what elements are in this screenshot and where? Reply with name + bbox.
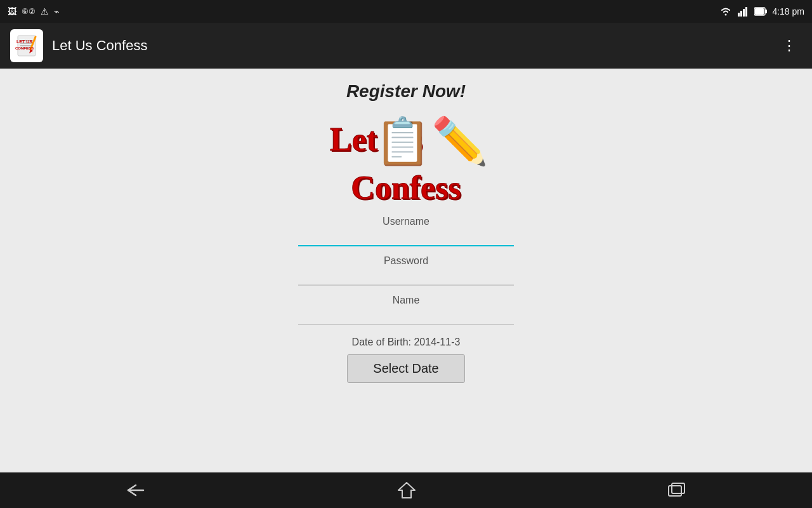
circle-icon: ⑥② [22,7,36,16]
svg-point-0 [725,14,727,16]
svg-rect-7 [755,8,764,15]
name-input[interactable] [298,307,514,325]
warning-icon: ⚠ [41,6,49,17]
name-label: Name [393,295,420,306]
main-content: Register Now! Let Us 📋✏️ Confess Usernam… [0,69,812,472]
svg-marker-19 [398,483,415,498]
svg-text:CONFESS: CONFESS [15,46,34,50]
password-label: Password [384,255,428,267]
back-icon [126,483,146,498]
usb-icon: ⌁ [54,6,59,17]
overflow-menu-button[interactable]: ⋮ [777,32,802,59]
select-date-button[interactable]: Select Date [347,354,464,383]
dob-label: Date of Birth: 2014-11-3 [352,337,461,348]
svg-rect-3 [743,9,745,17]
svg-rect-21 [672,483,684,493]
svg-text:LET US: LET US [16,39,32,44]
status-bar-right: 4:18 pm [719,6,804,17]
svg-rect-6 [765,10,767,13]
username-label: Username [383,216,429,227]
svg-rect-20 [669,486,681,496]
status-bar: 🖼 ⑥② ⚠ ⌁ 4:18 pm [0,0,812,23]
form-area: Username Password Name Date of Birth: 20… [298,216,514,383]
svg-rect-4 [745,7,747,17]
image-icon: 🖼 [8,6,16,17]
wifi-icon [719,6,733,17]
recents-icon [667,482,686,498]
home-button[interactable] [384,476,429,504]
logo-confess: Confess [351,169,461,206]
app-bar: LET US CONFESS Let Us Confess ⋮ [0,23,812,69]
username-input[interactable] [298,229,514,246]
signal-icon [738,6,749,17]
password-input[interactable] [298,268,514,286]
logo-area: Let Us 📋✏️ Confess [292,108,520,210]
status-bar-left: 🖼 ⑥② ⚠ ⌁ [8,6,59,17]
logo-notepad-icon: 📋✏️ [374,114,488,168]
app-title: Let Us Confess [52,37,777,54]
recents-button[interactable] [655,477,699,504]
register-title: Register Now! [346,81,466,102]
time-display: 4:18 pm [772,6,804,17]
battery-icon [754,7,767,16]
svg-rect-1 [738,13,740,17]
home-icon [397,481,416,499]
svg-rect-2 [740,11,742,17]
back-button[interactable] [113,478,159,503]
nav-bar [0,472,812,508]
app-icon: LET US CONFESS [10,29,43,62]
